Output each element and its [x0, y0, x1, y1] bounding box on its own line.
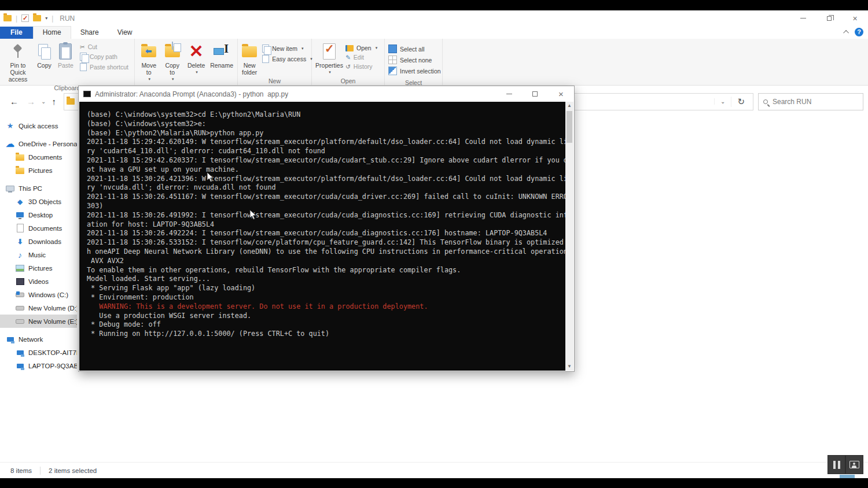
console-line: Model loaded. Start serving... [81, 275, 565, 284]
sidebar-item-icon [16, 238, 24, 246]
collapse-ribbon-icon[interactable] [843, 30, 849, 36]
restore-button[interactable] [816, 10, 842, 26]
navigation-pane: Quick access OneDrive - Personal Documen… [0, 119, 77, 372]
sidebar-item[interactable]: Documents [0, 150, 77, 164]
ribbon: Pin to Quick access Copy Paste ✂ Cut [0, 39, 868, 86]
properties-check-icon[interactable]: ✓ [21, 14, 29, 22]
sidebar-item-label: 3D Objects [28, 198, 61, 205]
properties-button[interactable]: Properties▾ [314, 41, 344, 77]
sidebar-item-icon [16, 251, 24, 259]
history-button[interactable]: ↺ History [345, 63, 377, 70]
dropdown-caret-icon: ▾ [172, 76, 174, 83]
close-button[interactable]: × [842, 10, 868, 26]
console-line: WARNING: This is a development server. D… [81, 302, 565, 312]
terminal-scrollbar[interactable]: ▲ ▼ [565, 102, 573, 371]
scrollbar-thumb[interactable] [567, 111, 572, 143]
dropdown-caret-icon: ▾ [301, 46, 304, 51]
sidebar-item[interactable]: Pictures [0, 261, 77, 275]
cut-button[interactable]: ✂ Cut [80, 43, 128, 50]
invert-selection-button[interactable]: Invert selection [388, 66, 441, 75]
sidebar-item[interactable]: 3D Objects [0, 195, 77, 208]
minimize-button[interactable] [790, 10, 816, 26]
tab-view[interactable]: View [108, 27, 142, 39]
sidebar-item[interactable]: Documents [0, 221, 77, 235]
sidebar-item[interactable]: Desktop [0, 208, 77, 221]
window-controls: × [790, 10, 868, 26]
edit-button[interactable]: ✎ Edit [345, 54, 377, 61]
terminal-minimize-button[interactable] [496, 86, 522, 102]
rename-button[interactable]: Rename [208, 41, 235, 70]
status-bar: 8 items 2 items selected [0, 462, 868, 478]
sidebar-item-icon [6, 122, 14, 130]
tab-file[interactable]: File [0, 27, 33, 39]
sidebar-item[interactable]: New Volume (D:) [0, 301, 77, 315]
console-app-icon [83, 91, 91, 97]
sidebar-item-label: Downloads [28, 238, 61, 245]
select-all-button[interactable]: Select all [388, 45, 441, 53]
scroll-down-icon[interactable]: ▼ [565, 363, 573, 371]
select-none-button[interactable]: Select none [388, 56, 441, 64]
sidebar-item[interactable]: Quick access [0, 119, 77, 132]
dropdown-caret-icon: ▾ [148, 76, 150, 83]
copy-to-button[interactable]: Copy to▾ [160, 41, 183, 84]
pin-to-quick-access-button[interactable]: Pin to Quick access [2, 41, 34, 84]
terminal-maximize-button[interactable] [522, 86, 548, 102]
sidebar-item[interactable]: Downloads [0, 235, 77, 248]
paste-button[interactable]: Paste [55, 41, 76, 70]
sidebar-item[interactable]: DESKTOP-AIT7I [0, 346, 77, 359]
terminal-close-button[interactable]: × [548, 86, 574, 102]
sidebar-item[interactable]: Videos [0, 275, 77, 288]
sidebar-item[interactable]: LAPTOP-9Q3AB5L4 [0, 359, 77, 372]
back-button[interactable]: ← [10, 97, 19, 106]
tab-share[interactable]: Share [71, 27, 108, 39]
easy-access-button[interactable]: Easy access▾ [262, 55, 312, 63]
sidebar-item[interactable]: This PC [0, 182, 77, 195]
sidebar-item[interactable]: Windows (C:) [0, 288, 77, 301]
console-line: 2021-11-18 15:30:26.491992: I tensorflow… [81, 211, 565, 220]
sidebar-item[interactable]: Pictures [0, 164, 77, 177]
delete-button[interactable]: ✕ Delete▾ [184, 41, 208, 77]
sidebar-item-label: Videos [28, 278, 49, 285]
console-line: 2021-11-18 15:29:42.620337: I tensorflow… [81, 156, 565, 165]
new-folder-button[interactable]: New folder [240, 41, 259, 77]
copy-button[interactable]: Copy [34, 41, 55, 70]
help-icon[interactable]: ? [855, 28, 863, 36]
sidebar-item[interactable]: OneDrive - Personal [0, 137, 77, 150]
move-to-button[interactable]: ⬅ Move to▾ [137, 41, 160, 84]
search-input[interactable] [773, 98, 858, 106]
ribbon-group-clipboard: Pin to Quick access Copy Paste ✂ Cut [0, 39, 135, 85]
anaconda-prompt-window[interactable]: Administrator: Anaconda Prompt (Anaconda… [78, 86, 575, 372]
sidebar-item[interactable]: New Volume (E:) [0, 315, 77, 328]
refresh-icon[interactable]: ↻ [731, 97, 751, 107]
letterbox-top [0, 0, 868, 10]
new-item-button[interactable]: New item▾ [262, 45, 312, 53]
pause-button[interactable] [827, 455, 845, 474]
group-label-open: Open [314, 77, 382, 86]
scroll-up-icon[interactable]: ▲ [565, 102, 573, 110]
mouse-cursor [249, 209, 257, 220]
paste-shortcut-button[interactable]: Paste shortcut [80, 63, 128, 71]
webcam-overlay-button[interactable] [845, 455, 863, 474]
sidebar-item-label: New Volume (D:) [28, 305, 77, 312]
terminal-titlebar[interactable]: Administrator: Anaconda Prompt (Anaconda… [79, 86, 574, 102]
ribbon-group-open: Properties▾ Open▾ ✎ Edit ↺ H [312, 39, 385, 85]
sidebar-item[interactable]: Music [0, 248, 77, 261]
console-line: ry 'nvcuda.dll'; dlerror: nvcuda.dll not… [81, 183, 565, 193]
copy-path-button[interactable]: Copy path [80, 53, 128, 61]
folder-icon[interactable] [3, 15, 12, 21]
new-folder-icon[interactable] [33, 15, 41, 21]
open-button[interactable]: Open▾ [345, 45, 377, 51]
ribbon-group-organize: ⬅ Move to▾ Copy to▾ ✕ Delete▾ Rename [135, 39, 238, 85]
paste-icon [59, 43, 72, 60]
console-line: 2021-11-18 15:30:26.421396: W tensorflow… [81, 175, 565, 184]
recent-locations-caret-icon[interactable]: ⌄ [41, 98, 46, 105]
customize-toolbar-caret-icon[interactable]: ▾ [45, 16, 47, 21]
search-box[interactable] [758, 93, 863, 110]
address-dropdown-caret-icon[interactable]: ⌄ [714, 98, 731, 105]
sidebar-item[interactable]: Network [0, 332, 77, 346]
console-line: 2021-11-18 15:30:26.492224: I tensorflow… [81, 229, 565, 238]
sidebar-item-icon [16, 278, 24, 286]
tab-home[interactable]: Home [33, 26, 71, 39]
forward-button[interactable]: → [27, 97, 35, 106]
up-button[interactable]: ↑ [52, 97, 56, 106]
